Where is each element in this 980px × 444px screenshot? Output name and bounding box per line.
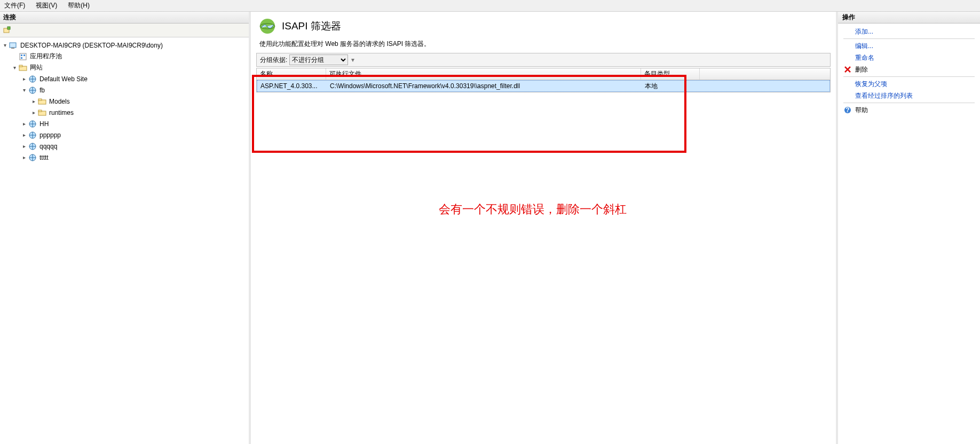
- tree-app-pools-label: 应用程序池: [29, 52, 63, 61]
- action-delete[interactable]: 删除: [841, 64, 977, 75]
- action-help[interactable]: ? 帮助: [841, 104, 977, 116]
- tree-runtimes[interactable]: ▸ runtimes: [1, 107, 248, 118]
- group-by-select[interactable]: 不进行分组: [289, 54, 348, 65]
- blank-icon: [843, 91, 852, 100]
- isapi-grid[interactable]: 名称 可执行文件 条目类型 ASP.NET_4.0.303... C:\Wind…: [256, 68, 831, 92]
- separator: [843, 103, 975, 103]
- menu-help[interactable]: 帮助(H): [68, 1, 90, 10]
- expand-icon[interactable]: ▾: [20, 87, 28, 93]
- page-title-row: ISAPI 筛选器: [254, 15, 833, 40]
- action-edit[interactable]: 编辑...: [841, 40, 977, 52]
- expand-icon[interactable]: ▾: [1, 42, 9, 48]
- actions-list: 添加... 编辑... 重命名 删除 恢复为父项: [838, 24, 980, 118]
- svg-rect-6: [23, 54, 25, 56]
- svg-rect-3: [11, 48, 14, 49]
- tree-root-label: DESKTOP-MAI9CR9 (DESKTOP-MAI9CR9\dony): [19, 42, 164, 49]
- expand-icon[interactable]: ▸: [20, 132, 28, 138]
- action-edit-label: 编辑...: [855, 42, 873, 51]
- globe-icon: [28, 86, 37, 95]
- group-by-row: 分组依据: 不进行分组 ▾: [256, 53, 831, 67]
- folder-icon: [37, 108, 47, 117]
- action-rename[interactable]: 重命名: [841, 52, 977, 64]
- feature-panel: ISAPI 筛选器 使用此功能配置处理对 Web 服务器的请求的 ISAPI 筛…: [251, 12, 836, 444]
- new-connection-icon[interactable]: [2, 26, 12, 35]
- tree-default-site[interactable]: ▸ Default Web Site: [1, 73, 248, 84]
- group-by-label: 分组依据:: [260, 56, 287, 65]
- tree-root[interactable]: ▾ DESKTOP-MAI9CR9 (DESKTOP-MAI9CR9\dony): [1, 40, 248, 51]
- menu-file[interactable]: 文件(F): [4, 1, 25, 10]
- svg-rect-2: [10, 43, 16, 48]
- action-add[interactable]: 添加...: [841, 26, 977, 37]
- grid-header: 名称 可执行文件 条目类型: [257, 68, 830, 80]
- menu-view[interactable]: 视图(V): [36, 1, 57, 10]
- expand-icon[interactable]: ▸: [20, 76, 28, 82]
- tree-runtimes-label: runtimes: [48, 109, 75, 116]
- separator: [843, 38, 975, 39]
- tree-qqqqq[interactable]: ▸ qqqqq: [1, 141, 248, 152]
- tree-ttttt-label: ttttt: [38, 154, 50, 161]
- folder-icon: [37, 97, 47, 106]
- action-view-ordered[interactable]: 查看经过排序的列表: [841, 90, 977, 102]
- blank-icon: [843, 80, 852, 88]
- action-help-label: 帮助: [855, 106, 868, 115]
- isapi-icon: [258, 17, 276, 35]
- tree-hh[interactable]: ▸ HH: [1, 118, 248, 129]
- connections-tree[interactable]: ▾ DESKTOP-MAI9CR9 (DESKTOP-MAI9CR9\dony)…: [0, 37, 249, 444]
- tree-sites[interactable]: ▾ 网站: [1, 62, 248, 73]
- tree-fb-label: fb: [38, 87, 46, 94]
- svg-rect-1: [7, 27, 10, 29]
- svg-rect-15: [38, 110, 42, 112]
- tree-sites-label: 网站: [29, 63, 44, 72]
- svg-rect-13: [38, 99, 42, 100]
- svg-text:?: ?: [845, 106, 849, 114]
- tree-app-pools[interactable]: 应用程序池: [1, 51, 248, 62]
- cell-name: ASP.NET_4.0.303...: [257, 82, 327, 90]
- expand-icon[interactable]: ▸: [20, 143, 28, 149]
- folder-icon: [18, 64, 28, 72]
- tree-pppppp-label: pppppp: [38, 131, 62, 139]
- tree-fb[interactable]: ▾ fb: [1, 84, 248, 96]
- help-icon: ?: [843, 106, 852, 114]
- globe-icon: [28, 75, 37, 83]
- expand-icon[interactable]: ▾: [11, 65, 18, 71]
- tree-ttttt[interactable]: ▸ ttttt: [1, 152, 248, 163]
- server-icon: [9, 41, 18, 50]
- tree-hh-label: HH: [38, 120, 50, 128]
- page-title: ISAPI 筛选器: [282, 19, 341, 33]
- expand-icon[interactable]: ▸: [30, 98, 37, 104]
- expand-icon[interactable]: ▸: [20, 154, 28, 160]
- grid-row-selected[interactable]: ASP.NET_4.0.303... C:\Windows\Microsoft.…: [257, 80, 830, 92]
- page-description: 使用此功能配置处理对 Web 服务器的请求的 ISAPI 筛选器。: [254, 40, 833, 53]
- svg-rect-5: [21, 54, 22, 56]
- blank-icon: [843, 27, 852, 36]
- globe-icon: [28, 120, 37, 128]
- cell-type: 本地: [642, 82, 700, 91]
- col-header-name[interactable]: 名称: [257, 68, 326, 80]
- action-add-label: 添加...: [855, 27, 873, 36]
- actions-header: 操作: [838, 12, 980, 24]
- blank-icon: [843, 42, 852, 50]
- col-header-exe[interactable]: 可执行文件: [326, 68, 641, 80]
- tree-qqqqq-label: qqqqq: [38, 143, 58, 150]
- blank-icon: [843, 53, 852, 62]
- col-header-type[interactable]: 条目类型: [641, 68, 700, 80]
- cell-exe: C:\Windows\Microsoft.NET\Framework\v4.0.…: [327, 82, 642, 90]
- tree-pppppp[interactable]: ▸ pppppp: [1, 129, 248, 141]
- connections-toolbar: [0, 24, 249, 37]
- globe-icon: [28, 142, 37, 151]
- connections-panel: 连接 ▾ DESKTOP-MAI9CR9 (DESKTOP-MAI9CR9\do…: [0, 12, 251, 444]
- svg-rect-9: [19, 65, 22, 67]
- separator: [843, 76, 975, 77]
- annotation-text: 会有一个不规则错误，删除一个斜杠: [439, 201, 627, 217]
- action-view-ordered-label: 查看经过排序的列表: [855, 91, 913, 100]
- expand-icon[interactable]: ▸: [20, 121, 28, 127]
- tree-default-site-label: Default Web Site: [38, 75, 89, 83]
- action-revert[interactable]: 恢复为父项: [841, 78, 977, 90]
- svg-rect-4: [20, 53, 26, 60]
- menu-bar: 文件(F) 视图(V) 帮助(H): [0, 0, 980, 12]
- tree-models[interactable]: ▸ Models: [1, 96, 248, 107]
- group-by-more-icon[interactable]: ▾: [351, 56, 354, 64]
- action-rename-label: 重命名: [855, 53, 874, 63]
- expand-icon[interactable]: ▸: [30, 110, 37, 115]
- globe-icon: [28, 131, 37, 139]
